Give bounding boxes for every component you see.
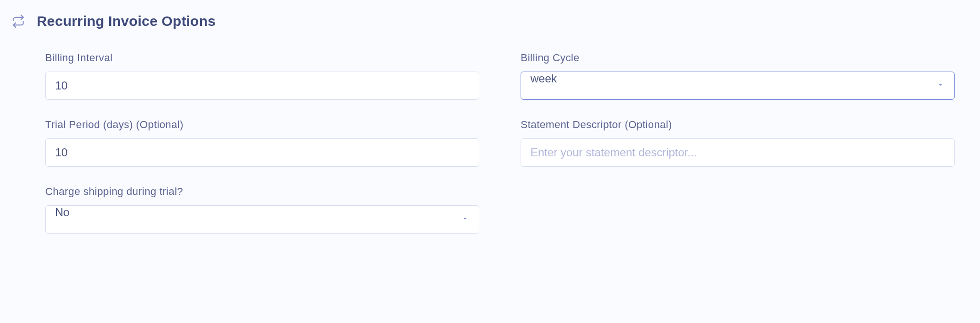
statement-descriptor-label: Statement Descriptor (Optional): [521, 119, 955, 131]
statement-descriptor-field: Statement Descriptor (Optional): [521, 119, 955, 167]
billing-interval-label: Billing Interval: [45, 52, 479, 64]
trial-period-label: Trial Period (days) (Optional): [45, 119, 479, 131]
billing-interval-field: Billing Interval: [45, 52, 479, 100]
statement-descriptor-input[interactable]: [521, 138, 955, 167]
trial-period-input[interactable]: [45, 138, 479, 167]
section-title: Recurring Invoice Options: [37, 13, 216, 29]
billing-cycle-select[interactable]: week: [521, 72, 955, 100]
trial-period-field: Trial Period (days) (Optional): [45, 119, 479, 167]
charge-shipping-select-wrapper: No: [45, 205, 479, 234]
repeat-icon: [11, 14, 25, 28]
billing-interval-input[interactable]: [45, 72, 479, 100]
charge-shipping-select[interactable]: No: [45, 205, 479, 234]
section-header: Recurring Invoice Options: [11, 13, 969, 29]
charge-shipping-field: Charge shipping during trial? No: [45, 186, 479, 234]
charge-shipping-label: Charge shipping during trial?: [45, 186, 479, 198]
form-grid: Billing Interval Billing Cycle week Tria…: [11, 52, 969, 234]
billing-cycle-field: Billing Cycle week: [521, 52, 955, 100]
billing-cycle-label: Billing Cycle: [521, 52, 955, 64]
billing-cycle-select-wrapper: week: [521, 72, 955, 100]
